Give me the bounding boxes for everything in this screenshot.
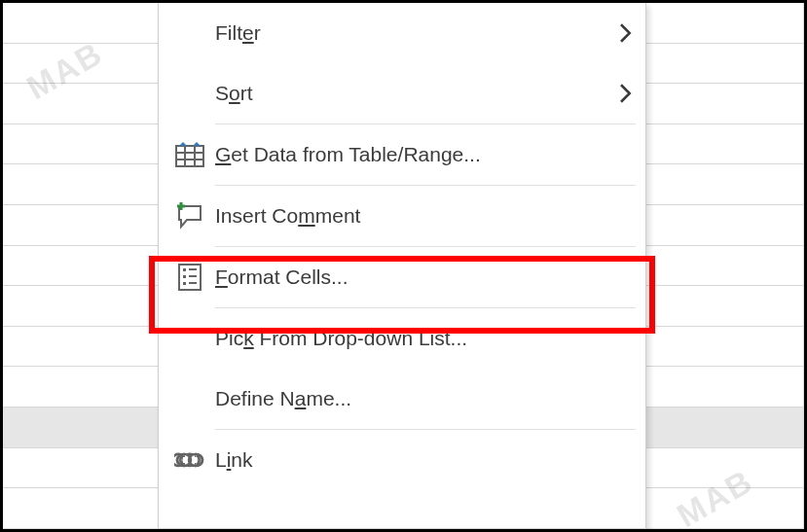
menu-label: Format Cells... (215, 266, 645, 289)
menu-label: Filter (215, 21, 606, 45)
svg-rect-0 (176, 146, 203, 166)
menu-label: Link (215, 448, 645, 472)
menu-item-insert-comment[interactable]: Insert Comment (159, 186, 645, 246)
svg-rect-9 (183, 275, 186, 278)
menu-item-filter[interactable]: Filter (159, 3, 645, 63)
menu-item-pick-list[interactable]: Pick From Drop-down List... (159, 308, 645, 369)
svg-rect-10 (183, 282, 186, 285)
comment-icon (165, 186, 215, 246)
blank-icon (165, 3, 215, 63)
chevron-right-icon (606, 23, 645, 43)
menu-item-link[interactable]: Link (159, 430, 645, 490)
blank-icon (165, 369, 215, 429)
menu-label: Sort (215, 82, 606, 105)
menu-label: Define Name... (215, 387, 645, 410)
menu-item-get-data[interactable]: Get Data from Table/Range... (159, 124, 645, 185)
blank-icon (165, 308, 215, 369)
menu-item-sort[interactable]: Sort (159, 63, 645, 124)
menu-label: Insert Comment (215, 204, 645, 228)
table-icon (165, 124, 215, 185)
context-menu: Filter Sort Get Da (158, 3, 646, 529)
format-cells-icon (165, 247, 215, 307)
menu-label: Pick From Drop-down List... (215, 327, 645, 350)
blank-icon (165, 63, 215, 124)
chevron-right-icon (606, 84, 645, 103)
menu-label: Get Data from Table/Range... (215, 143, 645, 166)
link-icon (165, 430, 215, 490)
menu-item-format-cells[interactable]: Format Cells... (159, 247, 645, 307)
menu-item-define-name[interactable]: Define Name... (159, 369, 645, 429)
svg-rect-8 (183, 268, 186, 271)
